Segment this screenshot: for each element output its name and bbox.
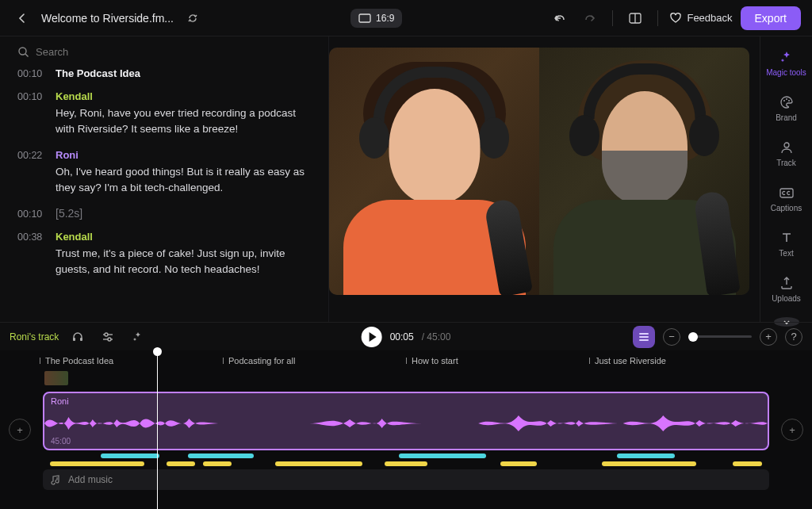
rail-label: Brand — [776, 113, 797, 122]
transcript-text: Oh, I've heard good things! But is it re… — [56, 164, 311, 197]
thumbnail-strip — [40, 368, 772, 390]
layout-button[interactable] — [624, 7, 646, 29]
play-button[interactable] — [362, 327, 382, 347]
right-rail: Magic toolsBrandTrackCaptionsTextUploads — [760, 36, 812, 322]
svg-point-13 — [105, 333, 108, 336]
current-time: 00:05 — [390, 331, 414, 343]
chapter-marker[interactable]: How to start — [406, 356, 458, 365]
clip-marker[interactable] — [602, 461, 696, 466]
preview-panel — [329, 36, 760, 322]
undo-button[interactable] — [549, 7, 571, 29]
chapter-marker[interactable]: Just use Riverside — [589, 356, 666, 365]
transcript-row[interactable]: 00:22RoniOh, I've heard good things! But… — [17, 149, 311, 197]
svg-rect-11 — [80, 338, 82, 341]
export-button[interactable]: Export — [741, 6, 801, 30]
help-button[interactable]: ? — [785, 328, 802, 346]
clip-marker[interactable] — [101, 454, 159, 458]
add-track-left-button[interactable]: + — [9, 419, 31, 441]
chapter-marker[interactable]: The Podcast Idea — [40, 356, 113, 365]
zoom-slider[interactable] — [688, 335, 752, 338]
search-icon — [17, 46, 29, 58]
settings-sliders-icon[interactable] — [97, 326, 119, 348]
cc-icon — [779, 185, 795, 201]
svg-point-8 — [784, 143, 789, 147]
svg-rect-0 — [359, 14, 370, 22]
rail-item-magic-tools[interactable]: Magic tools — [760, 46, 812, 80]
video-preview[interactable] — [329, 48, 749, 295]
svg-line-4 — [25, 54, 29, 57]
total-time: / 45:00 — [422, 331, 451, 343]
clip-marker[interactable] — [203, 461, 232, 466]
chapter-marker[interactable]: Podcasting for all — [223, 356, 295, 365]
clip-markers — [43, 454, 769, 465]
clip-marker[interactable] — [275, 461, 362, 466]
add-music-button[interactable]: Add music — [43, 469, 769, 490]
person-icon — [779, 140, 795, 155]
redo-button[interactable] — [579, 7, 601, 29]
clip-marker[interactable] — [167, 461, 196, 466]
headphones-icon[interactable] — [67, 326, 89, 348]
rail-label: Magic tools — [766, 68, 806, 77]
music-icon — [51, 474, 62, 485]
waveform — [44, 408, 768, 439]
rail-label: Captions — [771, 204, 802, 212]
clip-marker[interactable] — [385, 461, 428, 466]
zoom-out-button[interactable]: − — [663, 328, 680, 346]
clip-marker[interactable] — [617, 454, 675, 458]
transcript-speaker: Roni — [56, 149, 311, 161]
rail-item-text[interactable]: Text — [760, 227, 812, 261]
svg-rect-10 — [73, 338, 75, 341]
rail-item-uploads[interactable]: Uploads — [760, 272, 812, 306]
zoom-in-button[interactable]: + — [760, 328, 777, 346]
transcript-text: Hey, Roni, have you ever tried recording… — [56, 105, 311, 138]
T-icon — [779, 230, 795, 246]
audio-track[interactable]: Roni 45:00 — [43, 392, 769, 450]
timeline: + The Podcast IdeaPodcasting for allHow … — [0, 350, 812, 509]
rail-item-captions[interactable]: Captions — [760, 182, 812, 216]
clip-marker[interactable] — [399, 454, 486, 458]
transcript-row[interactable]: 00:10The Podcast Idea — [17, 67, 311, 79]
clip-marker[interactable] — [500, 461, 537, 466]
track-name-label: Roni's track — [10, 331, 59, 343]
rail-label: Text — [779, 249, 793, 258]
transcript-panel: 00:10The Podcast Idea00:10KendallHey, Ro… — [0, 36, 329, 322]
feedback-label: Feedback — [687, 12, 732, 24]
divider — [657, 10, 658, 26]
track-duration: 45:00 — [51, 437, 71, 446]
transcript-time: 00:10 — [17, 68, 44, 79]
transcript-row[interactable]: 00:38KendallTrust me, it's a piece of ca… — [17, 231, 311, 278]
transcript-chapter-title: The Podcast Idea — [56, 67, 311, 79]
search-input[interactable] — [36, 46, 311, 58]
transcript-row[interactable]: 00:10KendallHey, Roni, have you ever tri… — [17, 90, 311, 138]
transcript-time: 00:22 — [17, 150, 44, 161]
heart-icon — [669, 12, 682, 25]
aspect-icon — [358, 13, 371, 23]
sync-icon[interactable] — [182, 7, 204, 29]
rail-label: Track — [776, 159, 796, 167]
divider — [612, 10, 613, 26]
svg-point-6 — [786, 98, 787, 100]
rail-item-brand[interactable]: Brand — [760, 91, 812, 125]
transcript-speaker: Kendall — [56, 231, 311, 243]
upload-icon — [779, 275, 795, 291]
transcript-row[interactable]: 00:10[5.2s] — [17, 207, 311, 220]
clip-marker[interactable] — [50, 461, 144, 466]
aspect-label: 16:9 — [376, 13, 394, 24]
feedback-button[interactable]: Feedback — [669, 12, 732, 25]
playhead[interactable] — [157, 350, 158, 509]
magic-mode-button[interactable] — [633, 326, 655, 348]
transcript-text: Trust me, it's a piece of cake! Just sig… — [56, 246, 311, 278]
project-title: Welcome to Riverside.fm... — [41, 12, 174, 25]
svg-point-3 — [19, 48, 26, 55]
aspect-ratio-selector[interactable]: 16:9 — [350, 9, 402, 28]
transcript-gap: [5.2s] — [56, 207, 311, 220]
transcript-speaker: Kendall — [56, 90, 311, 102]
add-track-right-button[interactable]: + — [781, 419, 803, 441]
rail-label: Uploads — [772, 294, 801, 303]
transcript-time: 00:10 — [17, 209, 44, 220]
rail-item-track[interactable]: Track — [760, 136, 812, 170]
back-button[interactable] — [11, 7, 33, 29]
magic-wand-icon[interactable] — [127, 326, 149, 348]
clip-marker[interactable] — [188, 454, 253, 458]
clip-marker[interactable] — [733, 461, 762, 466]
